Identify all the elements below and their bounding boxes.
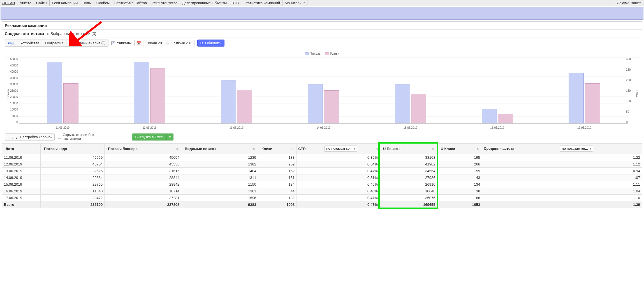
refresh-button[interactable]: ⟳ Обновить [197, 40, 225, 47]
tab-geo[interactable]: География [42, 40, 66, 46]
th-u-shows[interactable]: U Показы ↑↓ [379, 143, 437, 154]
sort-icon[interactable]: ↑↓ [253, 147, 254, 150]
cell-banner: 10714 [105, 188, 181, 194]
cell-vis: 1404 [181, 167, 258, 174]
cell-vis: 1596 [181, 194, 258, 201]
cell-freq: 1.04 [482, 188, 642, 194]
plot-area [19, 57, 628, 124]
selected-campaigns-link[interactable]: Выбранные кампании (3) [47, 31, 96, 36]
sort-icon[interactable]: ↑↓ [638, 147, 640, 150]
sort-icon[interactable]: ↑↓ [477, 147, 478, 150]
bar-clicks [150, 68, 165, 123]
sort-icon[interactable]: ↑↓ [376, 147, 378, 150]
bar-clicks [324, 90, 339, 123]
cell-code: 32625 [40, 167, 104, 174]
cell-ushows: 26910 [379, 181, 437, 188]
th-clicks[interactable]: Клики ↑↓ [258, 143, 296, 154]
chart-legend: Показы Клики [5, 50, 639, 57]
y-axis-right: 300250200150100500 [626, 57, 638, 124]
legend-shows-label: Показы [310, 52, 321, 56]
th-avg-freq[interactable]: Средняя частота по показам ко... ▾ ↑↓ [482, 143, 642, 154]
table-header-row: Дата ↑↓ Показы кода ↑↓ Показы баннера ↑↓… [2, 143, 642, 154]
calendar-icon: 📅 [137, 41, 141, 45]
freq-basis-select[interactable]: по показам ко... ▾ [560, 146, 593, 152]
th-clicks-label: Клики [261, 147, 272, 151]
top-nav: ЛОГИН Анкета Сайты Рекл.Кампании Пулы Сл… [0, 0, 644, 6]
date-to: 17 июня 201 [171, 41, 192, 45]
uniques-checkbox[interactable]: ✔ [111, 41, 115, 45]
cell-uclicks: 266 [437, 161, 482, 167]
refresh-icon: ⟳ [200, 41, 203, 45]
bar-shows [47, 62, 62, 123]
freq-basis-value: по показам ко... [562, 147, 588, 151]
legend-clicks-label: Клики [330, 52, 339, 56]
table-row: 12.06.2019467544535813822520.54%41902266… [2, 161, 642, 167]
x-tick: 15.06.2019 [403, 126, 417, 129]
th-code-shows[interactable]: Показы кода ↑↓ [40, 143, 104, 154]
cell-ushows: 35076 [379, 194, 437, 201]
sort-icon[interactable]: ↑↓ [432, 147, 434, 150]
chart-area: Показы Клики Показы Клики 50000450004000… [2, 48, 642, 131]
hide-empty-checkbox[interactable] [58, 135, 61, 139]
nav-item-campaigns[interactable]: Рекл.Кампании [50, 0, 80, 6]
hide-empty-label: Скрыть строки без статистики [63, 133, 98, 141]
th-code-shows-label: Показы кода [44, 147, 67, 151]
nav-documentation[interactable]: Документация [614, 0, 644, 6]
nav-item-rtb[interactable]: RTB [229, 0, 241, 6]
cell-uclicks: 159 [437, 167, 482, 174]
tab-freq[interactable]: Частотный анализ ? [66, 40, 108, 46]
help-icon[interactable]: ? [101, 41, 105, 45]
sort-icon[interactable]: ↑↓ [176, 147, 178, 150]
th-banner-shows[interactable]: Показы баннера ↑↓ [105, 143, 181, 154]
cell-date: 11.06.2019 [2, 154, 41, 161]
tab-devices[interactable]: Устройства [17, 40, 42, 46]
table-row: 13.06.2019326253161514041520.47%34564159… [2, 167, 642, 174]
cell-uclicks: 134 [437, 181, 482, 188]
x-tick: 13.06.2019 [230, 126, 244, 129]
bar-clicks [237, 90, 252, 123]
sort-icon[interactable]: ↑↓ [35, 147, 37, 150]
ctr-basis-select[interactable]: по показам ко... ▾ [324, 146, 357, 152]
bar-group [47, 57, 78, 123]
bar-shows [569, 73, 584, 123]
table-row: 14.06.2019298842884413111510.51%27936143… [2, 174, 642, 181]
th-visible-shows[interactable]: Видимые показы ↑↓ [181, 143, 258, 154]
nav-item-anketa[interactable]: Анкета [17, 0, 34, 6]
cell-code: 46754 [40, 161, 104, 167]
columns-settings-button[interactable]: ⋮⋮⋮ Настройка колонок [5, 133, 55, 141]
th-date[interactable]: Дата ↑↓ [2, 143, 41, 154]
total-vis: 9383 [181, 201, 258, 208]
nav-item-delegated[interactable]: Делегированные Объекты [180, 0, 229, 6]
sort-icon[interactable]: ↑↓ [291, 147, 293, 150]
cell-banner: 28942 [105, 181, 181, 188]
tab-days[interactable]: Дни [5, 40, 17, 46]
chevron-down-icon[interactable]: ▾ [166, 134, 173, 140]
nav-item-slices[interactable]: Слайсы [94, 0, 112, 6]
th-u-clicks[interactable]: U Клики ↑↓ [437, 143, 482, 154]
nav-item-monitoring[interactable]: Мониторинг [282, 0, 307, 6]
bar-shows [482, 109, 497, 123]
uniques-label: Уникалы [117, 41, 131, 45]
nav-item-pools[interactable]: Пулы [80, 0, 94, 6]
cell-clicks: 183 [258, 154, 296, 161]
hide-empty-rows: Скрыть строки без статистики [58, 133, 97, 141]
cell-ushows: 41902 [379, 161, 437, 167]
export-excel-button[interactable]: Выгрузка в Excel ▾ [132, 133, 173, 141]
banner-bar [1, 7, 643, 20]
cell-code: 38472 [40, 194, 104, 201]
nav-login[interactable]: ЛОГИН [0, 0, 17, 6]
nav-item-site-stats[interactable]: Статистика Сайтов [112, 0, 149, 6]
sort-icon[interactable]: ↑↓ [99, 147, 101, 150]
table-row: 17.06.2019384723728115961820.47%35076186… [2, 194, 642, 201]
th-visible-shows-label: Видимые показы [185, 147, 216, 151]
nav-item-agencies[interactable]: Рекл.Агентства [149, 0, 180, 6]
nav-item-camp-stats[interactable]: Статистика кампаний [241, 0, 282, 6]
tab-freq-label: Частотный анализ [69, 41, 100, 45]
cell-freq: 1.07 [482, 174, 642, 181]
date-range[interactable]: 📅 11 июня 201 → 17 июня 201 [134, 40, 194, 46]
nav-item-sites[interactable]: Сайты [34, 0, 50, 6]
ctr-basis-value: по показам ко... [326, 147, 352, 151]
bar-group [134, 57, 165, 123]
th-ctr[interactable]: CTR по показам ко... ▾ ↑↓ [296, 143, 380, 154]
swatch-pink [325, 52, 329, 55]
